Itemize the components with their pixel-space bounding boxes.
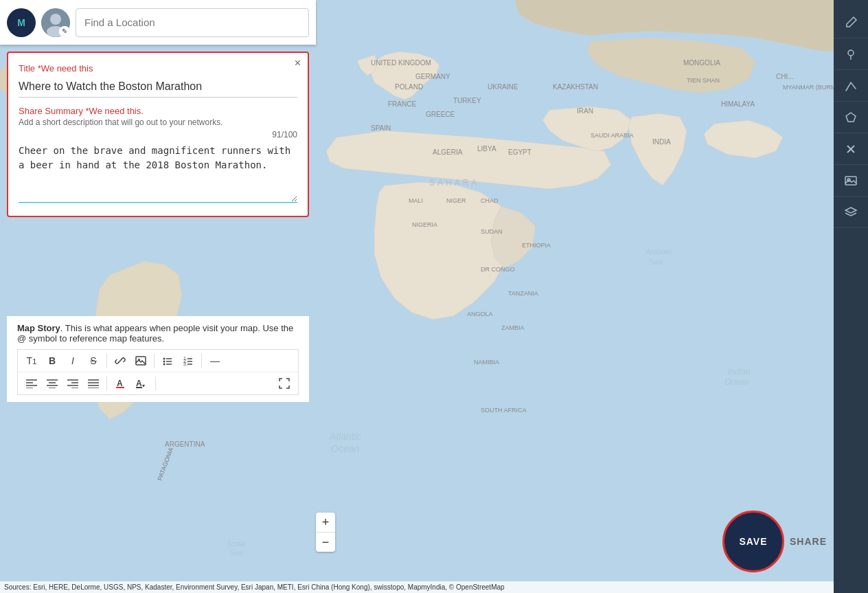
svg-text:EGYPT: EGYPT [508,148,532,156]
svg-text:ZAMBIA: ZAMBIA [501,324,525,331]
align-right-btn[interactable] [63,376,82,391]
link-btn[interactable] [111,353,130,369]
bold-btn[interactable]: B [43,353,62,369]
italic-btn[interactable]: I [63,353,82,369]
editor-toolbar: T1 B I S 1.2.3. — [17,349,299,395]
draw-line-btn[interactable] [834,70,868,102]
svg-text:GREECE: GREECE [426,111,455,118]
align-justify-btn[interactable] [84,376,103,391]
user-avatar[interactable]: ✎ [41,8,70,37]
ordered-list-btn[interactable]: 1.2.3. [179,353,198,369]
svg-text:NIGER: NIGER [446,197,466,204]
svg-text:POLAND: POLAND [395,83,423,91]
svg-text:Ocean: Ocean [331,443,359,454]
svg-text:3.: 3. [183,361,187,366]
unordered-list-btn[interactable] [158,353,177,369]
text-style-btn[interactable]: T1 [22,353,41,369]
image-btn[interactable] [131,353,150,369]
svg-rect-88 [845,177,856,185]
svg-text:MALI: MALI [409,197,423,204]
font-size-btn[interactable]: A▾ [131,375,152,392]
svg-text:MONGOLIA: MONGOLIA [683,59,720,67]
separator-1 [106,354,107,368]
svg-text:HIMALAYA: HIMALAYA [721,100,755,108]
svg-text:TIEN SHAN: TIEN SHAN [687,77,720,84]
svg-text:ANGOLA: ANGOLA [467,311,493,317]
svg-text:IRAN: IRAN [577,107,593,115]
pin-location-btn[interactable] [834,38,868,70]
share-button[interactable]: SHARE [790,536,827,547]
share-summary-label: Share Summary *We need this. [19,106,297,116]
location-search-input[interactable] [76,8,309,37]
svg-text:Sea: Sea [649,258,663,266]
attribution: Sources: Esri, HERE, DeLorme, USGS, NPS,… [0,581,834,593]
title-label: Title *We need this [19,63,297,74]
svg-point-47 [47,26,65,37]
svg-text:Ocean: Ocean [724,377,749,387]
toolbar-row-2: A A▾ [18,372,298,394]
save-button[interactable]: SAVE [722,511,784,572]
svg-text:TURKEY: TURKEY [453,97,481,104]
font-color-btn[interactable]: A [111,375,130,392]
svg-text:SOUTH AFRICA: SOUTH AFRICA [481,407,527,414]
svg-text:ALGERIA: ALGERIA [433,148,463,156]
char-count: 91/100 [19,130,297,139]
horizontal-rule-btn[interactable]: — [205,353,225,369]
svg-text:KAZAKHSTAN: KAZAKHSTAN [553,83,598,91]
svg-point-83 [848,50,854,56]
side-panel: × Title *We need this Share Summary *We … [7,52,309,217]
svg-text:UKRAINE: UKRAINE [488,83,518,91]
align-center-btn[interactable] [43,376,62,391]
svg-text:Atlantic: Atlantic [329,431,361,442]
svg-point-46 [50,14,61,25]
svg-text:SAUDI ARABIA: SAUDI ARABIA [591,132,634,139]
svg-point-52 [163,361,165,363]
svg-text:NAMIBIA: NAMIBIA [474,359,499,366]
map-story-section: Map Story. This is what appears when peo… [7,316,309,402]
zoom-in-btn[interactable]: + [316,513,335,532]
separator-2 [154,354,155,368]
bottom-buttons: SAVE SHARE [722,511,827,572]
zoom-out-btn[interactable]: − [316,533,335,552]
zoom-controls: + − [316,513,335,552]
svg-text:CHI...: CHI... [776,73,794,80]
svg-text:NIGERIA: NIGERIA [412,221,437,228]
svg-text:Arabian: Arabian [645,247,672,256]
right-toolbar [834,0,868,593]
svg-rect-81 [136,387,142,388]
svg-text:A: A [136,379,142,388]
svg-text:UNITED KINGDOM: UNITED KINGDOM [371,59,431,67]
title-input[interactable] [19,76,297,98]
svg-text:SAHARA: SAHARA [429,178,479,188]
svg-text:TANZANIA: TANZANIA [508,290,538,297]
svg-text:Indian: Indian [728,367,751,377]
svg-point-50 [163,358,165,360]
svg-text:ARGENTINA: ARGENTINA [165,440,205,448]
layers-btn[interactable] [834,197,868,228]
top-bar: M ✎ [0,0,316,45]
pencil-edit-btn[interactable] [834,7,868,38]
svg-text:Sea: Sea [230,549,242,557]
separator-4 [106,377,107,390]
app-logo[interactable]: M [7,8,36,37]
svg-text:SUDAN: SUDAN [481,228,503,235]
fullscreen-btn[interactable] [275,375,294,392]
polygon-btn[interactable] [834,102,868,133]
map-story-text: Map Story. This is what appears when peo… [17,323,299,344]
close-button[interactable]: × [295,57,301,69]
svg-point-54 [163,363,165,366]
svg-text:INDIA: INDIA [652,138,671,146]
svg-text:DR CONGO: DR CONGO [481,266,515,273]
svg-text:ETHIOPIA: ETHIOPIA [522,242,551,249]
helper-text: Add a short description that will go out… [19,118,297,127]
summary-textarea[interactable]: Cheer on the brave and magnificent runne… [19,141,297,203]
svg-text:Scotia: Scotia [227,540,246,548]
strikethrough-btn[interactable]: S [84,353,103,369]
svg-text:▾: ▾ [142,383,145,389]
svg-text:A: A [117,379,123,388]
imagery-btn[interactable] [834,165,868,197]
align-left-btn[interactable] [22,376,41,391]
delete-feature-btn[interactable] [834,133,868,165]
svg-text:SPAIN: SPAIN [371,124,391,132]
toolbar-row-1: T1 B I S 1.2.3. — [18,350,298,372]
